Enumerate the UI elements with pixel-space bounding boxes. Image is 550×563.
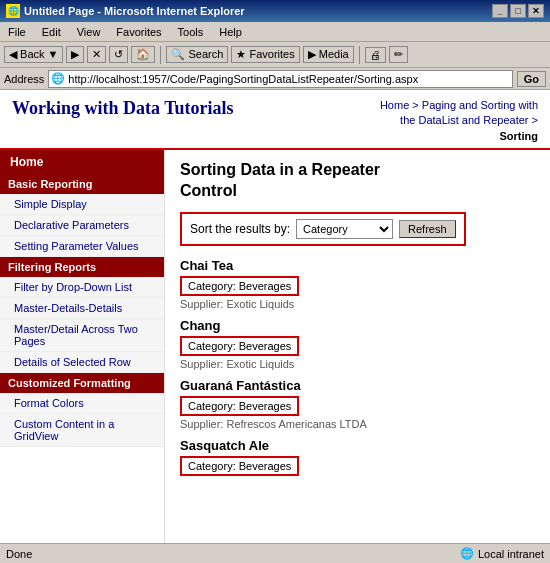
sidebar-item-details-selected-row[interactable]: Details of Selected Row <box>0 352 164 373</box>
product-category-3: Category: Beverages <box>180 456 299 476</box>
breadcrumb-home[interactable]: Home <box>380 99 409 111</box>
browser-icon: 🌐 <box>6 4 20 18</box>
zone-text: Local intranet <box>478 548 544 560</box>
address-label: Address <box>4 73 44 85</box>
menu-view[interactable]: View <box>73 26 105 38</box>
sidebar-item-simple-display[interactable]: Simple Display <box>0 194 164 215</box>
sort-control: Sort the results by: Category Product Na… <box>180 212 466 246</box>
refresh-sort-button[interactable]: Refresh <box>399 220 456 238</box>
url-text[interactable]: http://localhost:1957/Code/PagingSorting… <box>68 73 418 85</box>
product-category-2: Category: Beverages <box>180 396 299 416</box>
window-controls[interactable]: _ □ ✕ <box>492 4 544 18</box>
separator-2 <box>359 46 360 64</box>
sidebar-section-basic-reporting[interactable]: Basic Reporting <box>0 174 164 194</box>
product-supplier-0: Supplier: Exotic Liquids <box>180 298 535 310</box>
menu-file[interactable]: File <box>4 26 30 38</box>
product-supplier-1: Supplier: Exotic Liquids <box>180 358 535 370</box>
product-category-1: Category: Beverages <box>180 336 299 356</box>
product-name-2: Guaraná Fantástica <box>180 378 535 393</box>
zone-icon: 🌐 <box>460 547 474 560</box>
sidebar-item-declarative-parameters[interactable]: Declarative Parameters <box>0 215 164 236</box>
maximize-button[interactable]: □ <box>510 4 526 18</box>
print-button[interactable]: 🖨 <box>365 47 386 63</box>
sidebar-item-custom-content-gridview[interactable]: Custom Content in a GridView <box>0 414 164 447</box>
status-text: Done <box>6 548 32 560</box>
sidebar-home[interactable]: Home <box>0 150 164 174</box>
menu-tools[interactable]: Tools <box>174 26 208 38</box>
product-item-0: Chai Tea Category: Beverages Supplier: E… <box>180 258 535 310</box>
sort-select[interactable]: Category Product Name Unit Price <box>296 219 393 239</box>
favorites-button[interactable]: ★ Favorites <box>231 46 299 63</box>
go-button[interactable]: Go <box>517 71 546 87</box>
home-button[interactable]: 🏠 <box>131 46 155 63</box>
back-button[interactable]: ◀ Back ▼ <box>4 46 63 63</box>
close-button[interactable]: ✕ <box>528 4 544 18</box>
sidebar-item-master-details[interactable]: Master-Details-Details <box>0 298 164 319</box>
breadcrumb-section[interactable]: Paging and Sorting withthe DataList and … <box>400 99 538 126</box>
product-item-2: Guaraná Fantástica Category: Beverages S… <box>180 378 535 430</box>
sidebar-item-format-colors[interactable]: Format Colors <box>0 393 164 414</box>
forward-button[interactable]: ▶ <box>66 46 84 63</box>
title-bar-left: 🌐 Untitled Page - Microsoft Internet Exp… <box>6 4 245 18</box>
sidebar-section-filtering-reports[interactable]: Filtering Reports <box>0 257 164 277</box>
product-category-0: Category: Beverages <box>180 276 299 296</box>
window-title: Untitled Page - Microsoft Internet Explo… <box>24 5 245 17</box>
product-name-3: Sasquatch Ale <box>180 438 535 453</box>
page-header: Working with Data Tutorials Home > Pagin… <box>0 90 550 150</box>
address-bar: Address 🌐 http://localhost:1957/Code/Pag… <box>0 68 550 90</box>
product-item-3: Sasquatch Ale Category: Beverages <box>180 438 535 478</box>
menu-favorites[interactable]: Favorites <box>112 26 165 38</box>
separator-1 <box>160 46 161 64</box>
stop-button[interactable]: ✕ <box>87 46 106 63</box>
content-layout: Home Basic Reporting Simple Display Decl… <box>0 150 550 543</box>
edit-button[interactable]: ✏ <box>389 46 408 63</box>
status-right: 🌐 Local intranet <box>460 547 544 560</box>
status-bar: Done 🌐 Local intranet <box>0 543 550 563</box>
sidebar-item-master-detail-two-pages[interactable]: Master/Detail Across Two Pages <box>0 319 164 352</box>
product-item-1: Chang Category: Beverages Supplier: Exot… <box>180 318 535 370</box>
breadcrumb: Home > Paging and Sorting withthe DataLi… <box>380 98 538 144</box>
sidebar-item-filter-dropdown[interactable]: Filter by Drop-Down List <box>0 277 164 298</box>
page-heading: Sorting Data in a Repeater Control <box>180 160 535 202</box>
browser-content: Working with Data Tutorials Home > Pagin… <box>0 90 550 543</box>
product-list: Chai Tea Category: Beverages Supplier: E… <box>180 258 535 478</box>
menu-help[interactable]: Help <box>215 26 246 38</box>
browser-toolbar: ◀ Back ▼ ▶ ✕ ↺ 🏠 🔍 Search ★ Favorites ▶ … <box>0 42 550 68</box>
main-area: Sorting Data in a Repeater Control Sort … <box>165 150 550 543</box>
sort-label: Sort the results by: <box>190 222 290 236</box>
address-input-display: 🌐 http://localhost:1957/Code/PagingSorti… <box>48 70 512 88</box>
breadcrumb-current: Sorting <box>500 130 539 142</box>
minimize-button[interactable]: _ <box>492 4 508 18</box>
search-button[interactable]: 🔍 Search <box>166 46 228 63</box>
sidebar: Home Basic Reporting Simple Display Decl… <box>0 150 165 543</box>
sidebar-item-setting-parameter-values[interactable]: Setting Parameter Values <box>0 236 164 257</box>
title-bar: 🌐 Untitled Page - Microsoft Internet Exp… <box>0 0 550 22</box>
product-name-1: Chang <box>180 318 535 333</box>
site-title: Working with Data Tutorials <box>12 98 234 119</box>
sidebar-section-customized-formatting[interactable]: Customized Formatting <box>0 373 164 393</box>
menu-edit[interactable]: Edit <box>38 26 65 38</box>
product-name-0: Chai Tea <box>180 258 535 273</box>
product-supplier-2: Supplier: Refrescos Americanas LTDA <box>180 418 535 430</box>
media-button[interactable]: ▶ Media <box>303 46 354 63</box>
menu-bar: File Edit View Favorites Tools Help <box>0 22 550 42</box>
refresh-button[interactable]: ↺ <box>109 46 128 63</box>
